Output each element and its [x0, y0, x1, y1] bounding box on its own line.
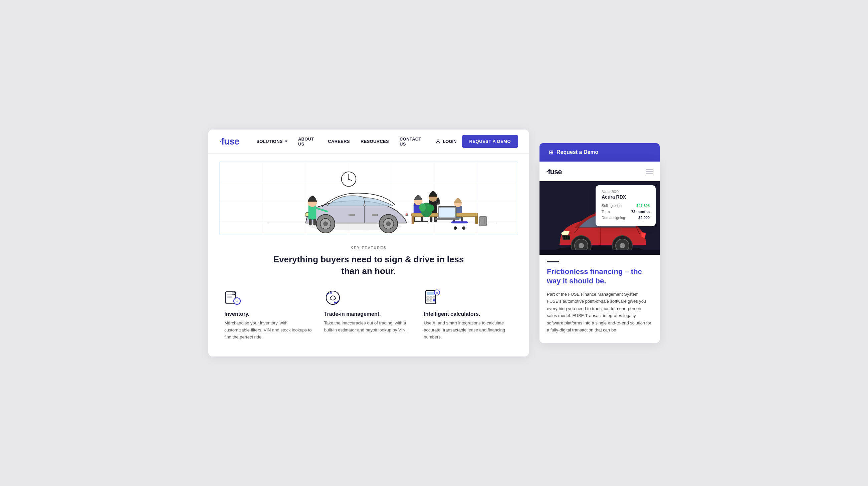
right-card: ·fuse — [539, 162, 660, 343]
feature-tradein-desc: Take the inaccuracies out of trading, wi… — [324, 320, 413, 334]
feature-inventory: Inventory. Merchandise your inventory, w… — [224, 289, 313, 341]
right-panel: ⊞ Request a Demo ·fuse — [539, 143, 660, 343]
hamburger-menu[interactable] — [646, 169, 653, 174]
svg-rect-61 — [427, 296, 429, 298]
feature-calculators-name: Intelligent calculators. — [424, 311, 513, 317]
svg-rect-36 — [435, 218, 459, 220]
grid-icon: ⊞ — [549, 149, 553, 156]
demo-button-label: Request a Demo — [557, 149, 598, 155]
svg-point-43 — [427, 205, 434, 212]
car-year: Acura 2020 — [601, 190, 650, 194]
logo-text: fuse — [221, 136, 239, 147]
features-title: Everything buyers need to sign & drive i… — [224, 254, 513, 277]
svg-rect-16 — [309, 219, 312, 225]
svg-point-8 — [323, 221, 328, 226]
svg-rect-17 — [313, 219, 316, 225]
svg-rect-35 — [439, 207, 455, 218]
selling-price-row: Selling price: $47,398 — [601, 204, 650, 207]
due-label: Due at signing: — [601, 216, 626, 220]
tradein-icon — [324, 289, 342, 306]
svg-rect-82 — [539, 250, 660, 255]
hero-illustration — [219, 162, 518, 235]
hero-svg — [219, 162, 518, 235]
right-card-desc: Part of the FUSE Finance Management Syst… — [547, 291, 652, 334]
calculators-icon — [424, 289, 441, 306]
features-grid: Inventory. Merchandise your inventory, w… — [224, 289, 513, 341]
right-card-content: Frictionless financing – the way it shou… — [539, 255, 660, 334]
feature-tradein: Trade-in management. Take the inaccuraci… — [324, 289, 413, 341]
svg-rect-65 — [430, 299, 432, 301]
features-label: KEY FEATURES — [224, 246, 513, 250]
mobile-logo[interactable]: ·fuse — [546, 168, 561, 176]
due-value: $2,000 — [638, 216, 650, 220]
term-label: Term: — [601, 209, 611, 214]
selling-price-value: $47,398 — [636, 204, 650, 207]
nav-item-solutions[interactable]: SOLUTIONS — [252, 136, 291, 147]
svg-point-74 — [579, 243, 584, 248]
svg-rect-64 — [427, 299, 429, 301]
nav-right: LOGIN REQUEST A DEMO — [435, 135, 518, 148]
svg-point-39 — [462, 226, 465, 230]
user-icon — [435, 139, 441, 144]
svg-rect-49 — [227, 296, 232, 298]
car-details-card: Acura 2020 Acura RDX Selling price: $47,… — [596, 185, 656, 226]
term-row: Term: 72 months — [601, 209, 650, 214]
nav-item-about[interactable]: ABOUT US — [294, 134, 321, 149]
nav-links: SOLUTIONS ABOUT US CAREERS RESOURCES CON… — [252, 134, 427, 149]
logo[interactable]: ·fuse — [219, 136, 239, 147]
nav-item-resources[interactable]: RESOURCES — [356, 136, 393, 147]
login-button[interactable]: LOGIN — [435, 139, 456, 144]
svg-point-42 — [419, 204, 426, 212]
nav-item-contact[interactable]: CONTACT US — [396, 134, 427, 149]
feature-tradein-name: Trade-in management. — [324, 311, 413, 317]
inventory-icon — [224, 289, 242, 306]
svg-rect-37 — [452, 221, 468, 223]
svg-rect-44 — [479, 217, 487, 226]
right-card-title: Frictionless financing – the way it shou… — [547, 267, 652, 286]
feature-calculators: Intelligent calculators. Use AI and smar… — [424, 289, 513, 341]
svg-rect-12 — [349, 214, 355, 216]
logo-dot: · — [219, 136, 221, 147]
feature-inventory-desc: Merchandise your inventory, with customi… — [224, 320, 313, 341]
navigation: ·fuse SOLUTIONS ABOUT US CAREERS RESOURC… — [208, 130, 529, 154]
svg-rect-14 — [308, 205, 316, 220]
feature-calculators-desc: Use AI and smart integrations to calcula… — [424, 320, 513, 341]
feature-inventory-name: Inventory. — [224, 311, 313, 317]
svg-point-11 — [386, 221, 391, 226]
right-demo-button[interactable]: ⊞ Request a Demo — [539, 143, 660, 162]
svg-rect-32 — [412, 216, 414, 224]
svg-point-38 — [454, 226, 457, 230]
mobile-nav: ·fuse — [539, 162, 660, 181]
accent-line — [547, 261, 559, 262]
svg-point-77 — [620, 243, 625, 248]
chevron-down-icon — [285, 140, 287, 142]
request-demo-button[interactable]: REQUEST A DEMO — [462, 135, 519, 148]
svg-point-0 — [437, 139, 439, 141]
due-row: Due at signing: $2,000 — [601, 216, 650, 220]
car-image-container: Acura 2020 Acura RDX Selling price: $47,… — [539, 181, 660, 255]
main-panel: ·fuse SOLUTIONS ABOUT US CAREERS RESOURC… — [208, 130, 529, 356]
svg-rect-60 — [427, 292, 435, 295]
selling-price-label: Selling price: — [601, 204, 623, 207]
hero-section — [208, 154, 529, 235]
svg-point-56 — [326, 291, 340, 304]
term-value: 72 months — [631, 209, 650, 214]
svg-rect-33 — [475, 216, 478, 224]
svg-rect-62 — [430, 296, 432, 298]
svg-rect-66 — [433, 299, 435, 301]
nav-item-careers[interactable]: CAREERS — [324, 136, 354, 147]
svg-rect-13 — [372, 214, 378, 216]
svg-rect-63 — [433, 296, 435, 298]
features-section: KEY FEATURES Everything buyers need to s… — [208, 235, 529, 354]
car-model: Acura RDX — [601, 194, 650, 200]
